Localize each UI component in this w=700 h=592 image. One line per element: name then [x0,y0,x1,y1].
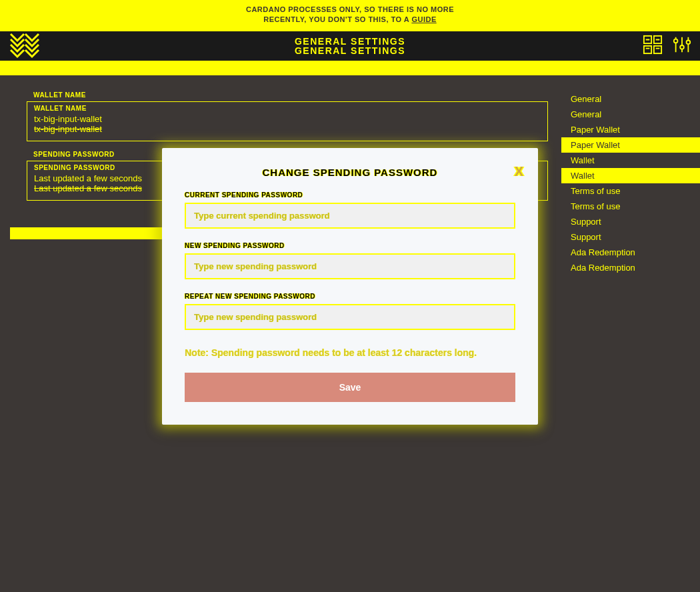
sidebar-item-ada-redemption-11[interactable]: Ada Redemption [561,260,700,275]
password-note: Note: Spending password needs to be at l… [185,347,515,358]
banner-line-2: RECENTLY, YOU DON'T SO THIS, TO A GUIDE [0,15,700,23]
chevrons-icon [8,31,41,61]
sidebar-item-paper-wallet-2[interactable]: Paper Wallet [561,122,700,137]
wallet-name-label: WALLET NAME [34,105,541,112]
save-button[interactable]: Save [185,373,515,402]
sidebar-item-wallet-5[interactable]: Wallet [561,168,700,183]
yellow-strip [0,61,700,75]
wallet-name-value-dup: tx-big-input-wallet [34,124,541,134]
wallet-name-label-out: WALLET NAME [27,91,548,99]
top-banner: CARDANO PROCESSES ONLY, SO THERE IS NO M… [0,0,700,31]
sidebar-item-ada-redemption-10[interactable]: Ada Redemption [561,245,700,260]
svg-point-8 [680,45,684,49]
sidebar-item-wallet-4[interactable]: Wallet [561,153,700,168]
repeat-password-label: REPEAT NEW SPENDING PASSWORD [185,293,515,300]
banner-link[interactable]: GUIDE [411,15,436,23]
sidebar: GeneralGeneralPaper WalletPaper WalletWa… [561,75,700,275]
new-password-input[interactable] [185,253,515,279]
current-password-input[interactable] [185,203,515,229]
current-password-label: CURRENT SPENDING PASSWORD [185,191,515,199]
new-password-label: NEW SPENDING PASSWORD [185,242,515,249]
svg-rect-3 [654,45,661,53]
wallet-name-field[interactable]: WALLET NAME tx-big-input-wallet tx-big-i… [27,101,548,141]
header-bar: GENERAL SETTINGS GENERAL SETTINGS [0,31,700,61]
sidebar-item-paper-wallet-3[interactable]: Paper Wallet [561,137,700,153]
sidebar-item-general-1[interactable]: General [561,107,700,122]
sidebar-item-general-0[interactable]: General [561,91,700,107]
sidebar-item-terms-of-use-6[interactable]: Terms of use [561,183,700,199]
close-icon[interactable]: X [515,164,522,179]
change-password-modal: CHANGE SPENDING PASSWORD X CURRENT SPEND… [162,148,538,425]
svg-point-9 [687,40,691,44]
page-title-dup: GENERAL SETTINGS [0,45,700,56]
sidebar-item-support-9[interactable]: Support [561,229,700,245]
modal-title: CHANGE SPENDING PASSWORD [185,167,515,178]
wallet-name-value: tx-big-input-wallet [34,114,541,124]
sliders-icon[interactable] [672,35,692,58]
sidebar-item-terms-of-use-7[interactable]: Terms of use [561,199,700,214]
repeat-password-input[interactable] [185,304,515,330]
svg-rect-2 [644,45,651,53]
banner-line-1: CARDANO PROCESSES ONLY, SO THERE IS NO M… [0,5,700,13]
svg-point-7 [674,39,678,43]
sidebar-item-support-8[interactable]: Support [561,214,700,229]
header-icons [643,35,692,58]
grid-icon[interactable] [643,35,663,58]
